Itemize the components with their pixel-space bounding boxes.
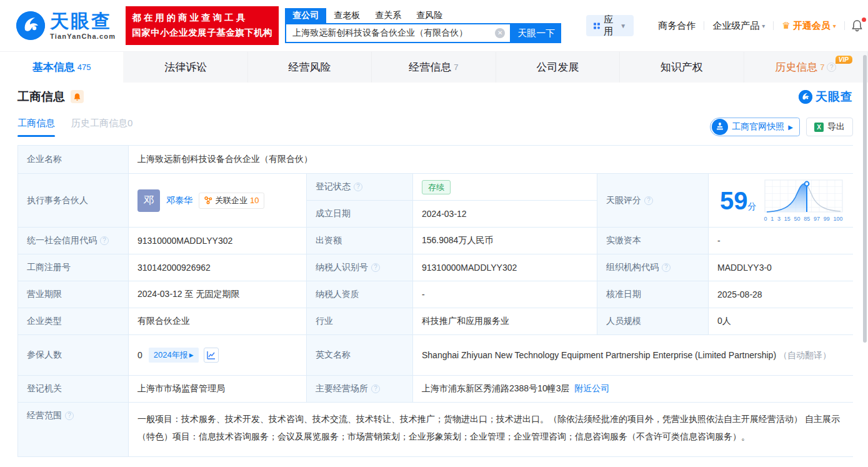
subtab-row: 工商信息 历史工商信息0 工商官网快照 ▶ X 导出: [0, 111, 868, 143]
nearby-companies-link[interactable]: 附近公司: [574, 383, 609, 394]
bell-icon: [851, 19, 863, 32]
help-icon[interactable]: ?: [100, 236, 109, 245]
menu-enterprise[interactable]: 企业级产品 ▾: [704, 20, 773, 32]
stamp-icon: [712, 119, 728, 135]
field-label: 登记状态?: [307, 174, 412, 200]
company-type-value: 有限合伙企业: [129, 308, 306, 334]
logo-domain: TianYanCha.com: [50, 33, 116, 40]
field-label: 统一社会信用代码?: [18, 228, 128, 254]
menu-open-vip[interactable]: ♛ 开通会员 ▾: [774, 20, 844, 32]
line-chart-icon: [207, 351, 216, 359]
credit-code-value: 91310000MADDLYY302: [129, 228, 306, 254]
business-place-value: 上海市浦东新区秀浦路2388号10幢3层 附近公司: [413, 376, 853, 402]
promo-line2: 国家中小企业发展子基金旗下机构: [132, 26, 272, 41]
company-name-value: 上海致远新创科技设备合伙企业（有限合伙）: [129, 146, 853, 173]
help-icon[interactable]: ?: [662, 263, 671, 272]
search-button[interactable]: 天眼一下: [511, 23, 561, 43]
help-icon[interactable]: ?: [827, 63, 836, 72]
help-icon[interactable]: ?: [65, 411, 74, 420]
establish-date-value: 2024-03-12: [413, 201, 597, 227]
score-distribution-chart: 0131550859799100: [764, 179, 843, 222]
tab-operation-info[interactable]: 经营信息 7: [372, 52, 496, 83]
reg-status-value: 存续: [413, 174, 597, 200]
search-tab-risk[interactable]: 查风险: [409, 8, 450, 23]
avatar[interactable]: 邓: [137, 189, 160, 212]
tianyan-score-cell[interactable]: 59分: [709, 174, 853, 227]
approval-date-value: 2025-08-28: [709, 281, 853, 308]
tianyancha-page: 天眼查 TianYanCha.com 都在用的商业查询工具 国家中小企业发展子基…: [0, 0, 868, 467]
tianyancha-watermark: 天眼查: [799, 89, 853, 105]
field-label: 主要经营场所?: [307, 376, 412, 402]
field-label: 纳税人资质: [307, 281, 412, 308]
taxpayer-quality-value: -: [413, 281, 597, 308]
apps-dropdown[interactable]: 应用 ▼: [586, 15, 634, 36]
reg-number-value: 310142000926962: [129, 254, 306, 281]
field-label: 核准日期: [597, 281, 708, 308]
apps-grid-icon: [594, 21, 600, 31]
field-label: 成立日期: [307, 201, 412, 227]
industry-value: 科技推广和应用服务业: [413, 308, 597, 334]
tab-company-development[interactable]: 公司发展: [496, 52, 620, 83]
tab-intellectual-property[interactable]: 知识产权: [620, 52, 744, 83]
business-info-section-head: 工商信息 天眼查: [0, 83, 868, 111]
field-label: 执行事务合伙人: [18, 174, 128, 227]
search-tab-company[interactable]: 查公司: [285, 8, 326, 23]
score-axis-ticks: 0131550859799100: [764, 216, 843, 222]
tab-history-info[interactable]: 历史信息 7 ? VIP: [744, 52, 868, 83]
menu-cooperation[interactable]: 商务合作: [650, 20, 704, 32]
search-tab-boss[interactable]: 查老板: [326, 8, 367, 23]
staff-size-value: 0人: [709, 308, 853, 334]
field-label: 参保人数: [18, 335, 128, 375]
clear-search-icon[interactable]: ✕: [495, 28, 505, 38]
logo-name: 天眼查: [50, 12, 116, 31]
related-companies-badge[interactable]: 关联企业 10: [199, 193, 264, 209]
promo-banner: 都在用的商业查询工具 国家中小企业发展子基金旗下机构: [126, 6, 279, 45]
section-title: 工商信息: [17, 89, 65, 105]
top-header: 天眼查 TianYanCha.com 都在用的商业查询工具 国家中小企业发展子基…: [0, 0, 868, 51]
trend-chart-button[interactable]: [204, 348, 219, 363]
help-icon[interactable]: ?: [371, 384, 380, 393]
subtab-business-info[interactable]: 工商信息: [17, 118, 55, 137]
official-snapshot-button[interactable]: 工商官网快照 ▶: [710, 118, 800, 136]
chevron-down-icon: ▾: [762, 23, 765, 29]
promo-line1: 都在用的商业查询工具: [132, 11, 272, 26]
scrollbar[interactable]: [863, 55, 867, 343]
org-code-value: MADDLYY3-0: [709, 254, 853, 281]
company-nav-tabs: 基本信息 475 法律诉讼 经营风险 经营信息 7 公司发展 知识产权 历史信息…: [0, 51, 868, 83]
help-icon[interactable]: ?: [644, 196, 653, 205]
search-tabs: 查公司 查老板 查关系 查风险: [285, 8, 561, 23]
notification-dot: [862, 18, 866, 22]
network-icon: [204, 196, 212, 204]
business-scope-value: 一般项目：技术服务、技术开发、技术咨询、技术交流、技术转让、技术推广；货物进出口…: [129, 403, 853, 456]
annual-report-badge[interactable]: 2024年报 ▶: [149, 348, 199, 363]
english-name-value: Shanghai Zhiyuan New Technology Equipmen…: [413, 335, 853, 375]
field-label: 组织机构代码?: [597, 254, 708, 281]
auto-translate-note: （自动翻译）: [779, 350, 831, 360]
tab-operation-risk[interactable]: 经营风险: [248, 52, 372, 83]
tab-legal[interactable]: 法律诉讼: [124, 52, 247, 83]
help-icon[interactable]: ?: [354, 183, 362, 191]
chevron-right-icon: ▶: [788, 124, 793, 131]
paid-capital-value: -: [709, 228, 853, 254]
field-label: 英文名称: [307, 335, 412, 375]
apps-label: 应用: [604, 14, 616, 38]
field-label: 出资额: [307, 228, 412, 254]
subscribe-bell-button[interactable]: [71, 90, 84, 103]
export-button[interactable]: X 导出: [806, 118, 853, 136]
tab-basic-info[interactable]: 基本信息 475: [0, 52, 124, 83]
partner-name-link[interactable]: 邓泰华: [166, 195, 192, 206]
field-label: 天眼评分?: [597, 174, 708, 227]
help-icon[interactable]: ?: [371, 263, 380, 272]
search-input[interactable]: [292, 28, 495, 38]
search-tab-relation[interactable]: 查关系: [367, 8, 409, 23]
field-label: 实缴资本: [597, 228, 708, 254]
notifications-button[interactable]: [845, 19, 868, 32]
insured-value: 0 2024年报 ▶: [129, 335, 306, 375]
tianyancha-logo[interactable]: 天眼查 TianYanCha.com: [16, 11, 116, 40]
vip-badge: VIP: [836, 56, 852, 64]
field-label: 经营范围?: [18, 403, 128, 456]
subtab-history-business-info[interactable]: 历史工商信息0: [71, 118, 132, 137]
chevron-down-icon: ▾: [833, 23, 836, 29]
search-box: ✕: [285, 23, 511, 43]
partner-cell: 邓 邓泰华 关联企业 10: [129, 174, 306, 227]
